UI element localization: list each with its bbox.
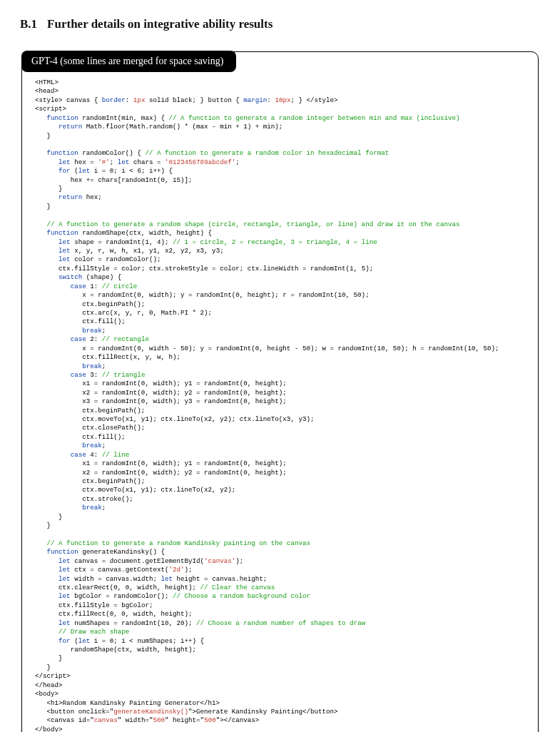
code-listing: <HTML> <head> <style> canvas { border: 1…	[22, 78, 538, 732]
section-title: Further details on integrative ability r…	[47, 17, 273, 31]
code-tab-label: GPT-4 (some lines are merged for space s…	[21, 51, 236, 72]
code-figure: GPT-4 (some lines are merged for space s…	[20, 51, 540, 732]
section-heading: B.1Further details on integrative abilit…	[20, 17, 540, 31]
code-box: GPT-4 (some lines are merged for space s…	[21, 51, 539, 732]
section-number: B.1	[20, 17, 37, 31]
